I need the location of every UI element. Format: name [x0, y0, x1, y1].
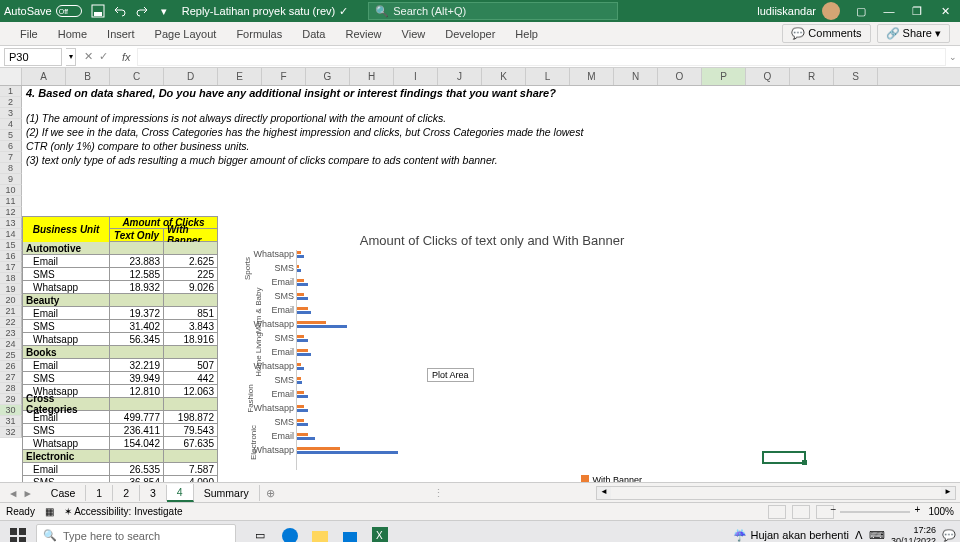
- col-j[interactable]: J: [438, 68, 482, 85]
- row-4[interactable]: 4: [0, 119, 22, 130]
- tray-chevron-icon[interactable]: ᐱ: [855, 529, 863, 542]
- save-icon[interactable]: [90, 3, 106, 19]
- row-32[interactable]: 32: [0, 427, 22, 438]
- new-sheet-button[interactable]: ⊕: [260, 487, 281, 499]
- search-box[interactable]: 🔍 Search (Alt+Q): [368, 2, 618, 20]
- autosave-toggle[interactable]: AutoSave Off: [4, 5, 82, 17]
- enter-formula-icon[interactable]: ✓: [99, 50, 108, 63]
- col-a[interactable]: A: [22, 68, 66, 85]
- redo-icon[interactable]: [134, 3, 150, 19]
- undo-icon[interactable]: [112, 3, 128, 19]
- zoom-slider[interactable]: [840, 511, 910, 513]
- tab-case[interactable]: Case: [41, 485, 87, 501]
- row-10[interactable]: 10: [0, 185, 22, 196]
- row-16[interactable]: 16: [0, 251, 22, 262]
- col-b[interactable]: B: [66, 68, 110, 85]
- row-28[interactable]: 28: [0, 383, 22, 394]
- col-m[interactable]: M: [570, 68, 614, 85]
- tab-home[interactable]: Home: [48, 23, 97, 45]
- row-13[interactable]: 13: [0, 218, 22, 229]
- col-e[interactable]: E: [218, 68, 262, 85]
- fx-icon[interactable]: fx: [116, 51, 137, 63]
- col-r[interactable]: R: [790, 68, 834, 85]
- task-view-icon[interactable]: ▭: [248, 524, 272, 543]
- col-p[interactable]: P: [702, 68, 746, 85]
- row-27[interactable]: 27: [0, 372, 22, 383]
- col-k[interactable]: K: [482, 68, 526, 85]
- formula-expand-icon[interactable]: ⌄: [946, 52, 960, 62]
- start-button[interactable]: [4, 524, 32, 543]
- accessibility-status[interactable]: ✶ Accessibility: Investigate: [64, 506, 183, 517]
- tab-file[interactable]: File: [10, 23, 48, 45]
- maximize-icon[interactable]: ❐: [906, 5, 928, 18]
- row-7[interactable]: 7: [0, 152, 22, 163]
- row-20[interactable]: 20: [0, 295, 22, 306]
- row-8[interactable]: 8: [0, 163, 22, 174]
- store-icon[interactable]: [338, 524, 362, 543]
- row-9[interactable]: 9: [0, 174, 22, 185]
- tab-3[interactable]: 3: [140, 485, 167, 501]
- weather-widget[interactable]: ☔ Hujan akan berhenti: [733, 529, 849, 542]
- macro-recorder-icon[interactable]: ▦: [45, 506, 54, 517]
- row-5[interactable]: 5: [0, 130, 22, 141]
- document-title[interactable]: Reply-Latihan proyek satu (rev)✓: [182, 5, 348, 18]
- col-i[interactable]: I: [394, 68, 438, 85]
- edge-icon[interactable]: [278, 524, 302, 543]
- row-31[interactable]: 31: [0, 416, 22, 427]
- col-f[interactable]: F: [262, 68, 306, 85]
- input-method-icon[interactable]: ⌨: [869, 529, 885, 542]
- tab-page-layout[interactable]: Page Layout: [145, 23, 227, 45]
- excel-icon[interactable]: X: [368, 524, 392, 543]
- tab-4[interactable]: 4: [167, 484, 194, 502]
- row-23[interactable]: 23: [0, 328, 22, 339]
- row-19[interactable]: 19: [0, 284, 22, 295]
- row-21[interactable]: 21: [0, 306, 22, 317]
- tab-1[interactable]: 1: [86, 485, 113, 501]
- notifications-icon[interactable]: 💬: [942, 529, 956, 542]
- row-11[interactable]: 11: [0, 196, 22, 207]
- row-12[interactable]: 12: [0, 207, 22, 218]
- row-17[interactable]: 17: [0, 262, 22, 273]
- col-d[interactable]: D: [164, 68, 218, 85]
- tab-formulas[interactable]: Formulas: [226, 23, 292, 45]
- col-s[interactable]: S: [834, 68, 878, 85]
- tab-review[interactable]: Review: [335, 23, 391, 45]
- worksheet-grid[interactable]: 1 2 3 4 5 6 7 8 9 10 11 12 13 14 15 16 1…: [0, 86, 960, 482]
- page-layout-view-icon[interactable]: [792, 505, 810, 519]
- row-15[interactable]: 15: [0, 240, 22, 251]
- clock[interactable]: 17:26 30/11/2022: [891, 525, 936, 543]
- zoom-level[interactable]: 100%: [928, 506, 954, 517]
- sheet-nav[interactable]: ◄►: [0, 487, 41, 499]
- normal-view-icon[interactable]: [768, 505, 786, 519]
- cell-area[interactable]: 4. Based on data shared, Do you have any…: [22, 86, 960, 482]
- tab-data[interactable]: Data: [292, 23, 335, 45]
- close-icon[interactable]: ✕: [934, 5, 956, 18]
- tab-view[interactable]: View: [392, 23, 436, 45]
- name-box-dropdown[interactable]: ▾: [66, 48, 76, 66]
- tab-2[interactable]: 2: [113, 485, 140, 501]
- row-1[interactable]: 1: [0, 86, 22, 97]
- col-n[interactable]: N: [614, 68, 658, 85]
- active-cell[interactable]: [762, 451, 806, 464]
- tab-insert[interactable]: Insert: [97, 23, 145, 45]
- row-14[interactable]: 14: [0, 229, 22, 240]
- col-l[interactable]: L: [526, 68, 570, 85]
- row-6[interactable]: 6: [0, 141, 22, 152]
- taskbar-search[interactable]: 🔍 Type here to search: [36, 524, 236, 543]
- col-h[interactable]: H: [350, 68, 394, 85]
- row-22[interactable]: 22: [0, 317, 22, 328]
- row-24[interactable]: 24: [0, 339, 22, 350]
- name-box[interactable]: P30: [4, 48, 62, 66]
- minimize-icon[interactable]: —: [878, 5, 900, 18]
- user-account[interactable]: ludiiskandar: [757, 2, 840, 20]
- share-button[interactable]: 🔗 Share ▾: [877, 24, 950, 43]
- formula-input[interactable]: [137, 48, 946, 66]
- ribbon-display-icon[interactable]: ▢: [850, 5, 872, 18]
- col-o[interactable]: O: [658, 68, 702, 85]
- col-c[interactable]: C: [110, 68, 164, 85]
- qat-dropdown-icon[interactable]: ▾: [156, 3, 172, 19]
- row-18[interactable]: 18: [0, 273, 22, 284]
- chart[interactable]: Amount of Clicks of text only and With B…: [252, 231, 732, 481]
- horizontal-scrollbar[interactable]: ◄►: [596, 486, 956, 500]
- select-all-corner[interactable]: [0, 68, 22, 85]
